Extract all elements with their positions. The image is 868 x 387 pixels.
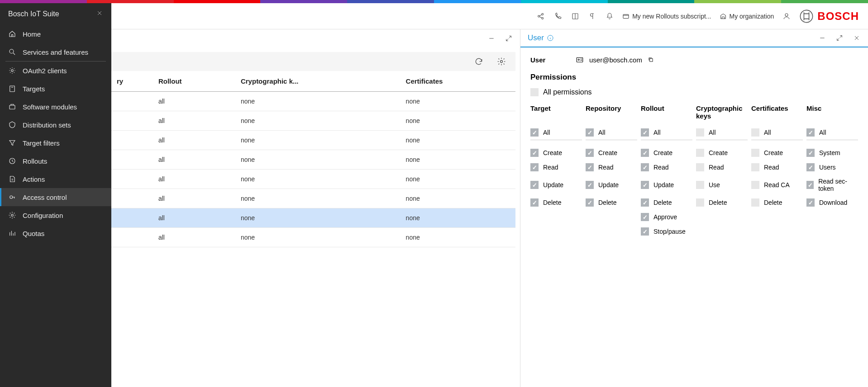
organization-link[interactable]: My organization	[720, 13, 774, 20]
perm-checkbox[interactable]	[586, 149, 594, 157]
column-header[interactable]: Cryptographic k...	[235, 71, 401, 92]
sidebar-item-label: Access control	[23, 194, 67, 201]
paragraph-icon[interactable]	[588, 12, 597, 21]
perm-checkbox[interactable]	[641, 227, 649, 236]
sidebar-item-label: Quotas	[23, 230, 44, 237]
config-icon	[8, 211, 16, 219]
perm-checkbox[interactable]	[641, 198, 649, 207]
perm-checkbox[interactable]	[641, 213, 649, 221]
svg-point-7	[10, 49, 14, 53]
perm-checkbox[interactable]	[641, 128, 649, 137]
perm-checkbox[interactable]	[751, 128, 759, 137]
sidebar-item-distribution[interactable]: Distribution sets	[0, 116, 111, 134]
perm-label: Create	[598, 149, 617, 156]
perm-checkbox[interactable]	[530, 163, 539, 171]
perm-checkbox[interactable]	[586, 128, 594, 137]
perm-checkbox[interactable]	[641, 181, 649, 189]
perm-checkbox[interactable]	[530, 198, 539, 207]
perm-checkbox[interactable]	[641, 163, 649, 171]
perm-checkbox[interactable]	[696, 149, 704, 157]
table-row[interactable]: allnonenone	[111, 228, 515, 247]
perm-checkbox[interactable]	[530, 181, 539, 189]
minimize-icon[interactable]	[818, 34, 826, 42]
sidebar-item-software[interactable]: Software modules	[0, 98, 111, 116]
info-icon[interactable]	[547, 34, 554, 42]
table-cell: none	[235, 131, 401, 150]
perm-checkbox[interactable]	[586, 163, 594, 171]
perm-label: Use	[709, 181, 720, 189]
perm-column-header: Certificates	[751, 104, 803, 125]
perm-label: Read	[709, 164, 724, 171]
user-icon[interactable]	[782, 12, 791, 21]
column-header[interactable]: Certificates	[401, 71, 515, 92]
minimize-icon[interactable]	[487, 34, 496, 42]
sidebar-item-services[interactable]: Services and features	[0, 43, 111, 61]
perm-checkbox[interactable]	[751, 181, 759, 189]
table-row[interactable]: allnonenone	[111, 170, 515, 189]
table-row[interactable]: allnonenone	[111, 111, 515, 131]
sidebar-item-label: Configuration	[23, 212, 63, 219]
perm-checkbox[interactable]	[806, 163, 815, 171]
column-header[interactable]: Rollout	[153, 71, 235, 92]
column-header[interactable]: ry	[111, 71, 153, 92]
perm-checkbox[interactable]	[696, 128, 704, 137]
perm-checkbox[interactable]	[806, 181, 814, 189]
close-icon[interactable]	[853, 34, 861, 42]
copy-icon[interactable]	[648, 57, 654, 63]
subscription-link[interactable]: My new Rollouts subscript...	[622, 13, 711, 20]
perm-all-item: All	[696, 125, 748, 140]
perm-checkbox[interactable]	[751, 163, 759, 171]
gear-icon[interactable]	[496, 57, 506, 66]
perm-checkbox[interactable]	[586, 198, 594, 207]
sidebar-item-actions[interactable]: Actions	[0, 170, 111, 188]
perm-item: Create	[696, 146, 748, 160]
perm-checkbox[interactable]	[751, 149, 759, 157]
table-cell	[111, 92, 153, 111]
table-cell: none	[235, 170, 401, 189]
perm-label: System	[819, 149, 840, 156]
table-cell: all	[153, 208, 235, 228]
perm-checkbox[interactable]	[806, 128, 815, 137]
perm-checkbox[interactable]	[530, 149, 539, 157]
all-permissions-checkbox[interactable]	[530, 88, 539, 96]
expand-icon[interactable]	[835, 34, 844, 42]
book-icon[interactable]	[571, 12, 580, 21]
perm-checkbox[interactable]	[696, 181, 704, 189]
refresh-icon[interactable]	[474, 57, 484, 66]
phone-icon[interactable]	[553, 12, 563, 21]
perm-checkbox[interactable]	[806, 149, 815, 157]
sidebar-item-home[interactable]: Home	[0, 25, 111, 43]
sidebar-item-label: Home	[23, 30, 41, 38]
panel-title-text: User	[528, 33, 544, 42]
perm-item: System	[806, 146, 858, 160]
table-cell: all	[153, 111, 235, 131]
sidebar-item-rollouts[interactable]: Rollouts	[0, 152, 111, 170]
perm-checkbox[interactable]	[530, 128, 539, 137]
perm-checkbox[interactable]	[641, 149, 649, 157]
perm-item: Read	[751, 160, 803, 175]
expand-icon[interactable]	[505, 34, 513, 42]
perm-checkbox[interactable]	[696, 198, 704, 207]
perm-checkbox[interactable]	[586, 181, 594, 189]
table-row[interactable]: allnonenone	[111, 131, 515, 150]
table-cell: none	[235, 92, 401, 111]
sidebar-item-filters[interactable]: Target filters	[0, 134, 111, 152]
sidebar-item-quotas[interactable]: Quotas	[0, 224, 111, 242]
sidebar-item-access[interactable]: Access control	[0, 188, 111, 206]
perm-label: Read CA	[764, 181, 790, 189]
table-row[interactable]: allnonenone	[111, 150, 515, 170]
sidebar-item-config[interactable]: Configuration	[0, 206, 111, 224]
sidebar-item-oauth[interactable]: OAuth2 clients	[0, 61, 111, 80]
perm-item: Use	[696, 175, 748, 195]
table-row[interactable]: allnonenone	[111, 92, 515, 111]
perm-checkbox[interactable]	[751, 198, 759, 207]
perm-checkbox[interactable]	[696, 163, 704, 171]
table-row[interactable]: allnonenone	[111, 208, 515, 228]
sidebar-item-targets[interactable]: Targets	[0, 80, 111, 98]
close-icon[interactable]	[96, 9, 103, 19]
perm-checkbox[interactable]	[806, 198, 815, 207]
rollouts-icon	[8, 157, 16, 165]
table-row[interactable]: allnonenone	[111, 189, 515, 208]
bell-icon[interactable]	[605, 12, 614, 21]
share-icon[interactable]	[536, 12, 545, 21]
